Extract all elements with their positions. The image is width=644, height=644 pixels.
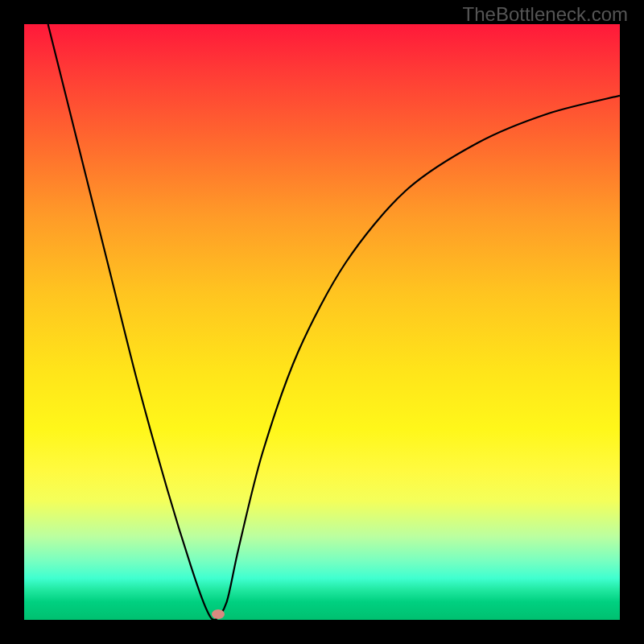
chart-curve	[24, 24, 620, 620]
chart-marker-dot	[212, 609, 225, 619]
watermark-text: TheBottleneck.com	[463, 3, 628, 26]
